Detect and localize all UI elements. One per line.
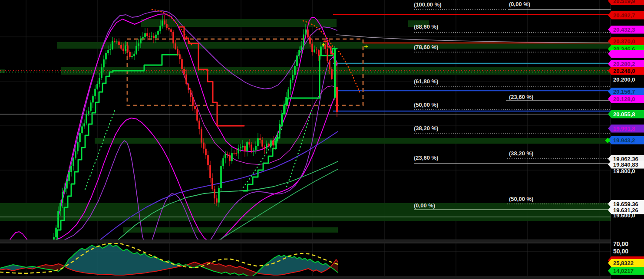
- fibonacci-label: (61,80 %): [414, 78, 438, 85]
- candle-body: [268, 144, 270, 146]
- candle-body: [209, 165, 211, 178]
- candle-body: [324, 45, 326, 49]
- price-tag: [608, 50, 644, 58]
- candle-body: [101, 67, 102, 78]
- candle-body: [259, 138, 261, 140]
- fibonacci-label: (88,60 %): [414, 23, 438, 30]
- price-axis[interactable]: 20.200,019.800,019.600,070,0050,0020.519…: [611, 0, 644, 279]
- candle-body: [292, 75, 294, 80]
- candle-body: [172, 32, 174, 43]
- candle-body: [192, 97, 194, 106]
- candle-body: [166, 24, 168, 28]
- candle-body: [301, 46, 302, 50]
- candle-body: [246, 142, 248, 151]
- candle-body: [329, 61, 330, 69]
- gray-extension-line: [337, 35, 611, 43]
- candle-body: [272, 141, 274, 146]
- candle-body: [309, 37, 311, 43]
- candle-body: [68, 172, 70, 181]
- candle-body: [183, 69, 185, 74]
- candle-body: [157, 31, 159, 34]
- candle-body: [168, 28, 170, 30]
- candle-body: [238, 148, 239, 154]
- supply-demand-zone: [0, 69, 5, 73]
- fibonacci-label: (23,60 %): [509, 94, 533, 100]
- candle-body: [153, 36, 155, 38]
- candle-body: [185, 74, 187, 84]
- candle-body: [231, 153, 233, 161]
- candle-body: [290, 80, 291, 89]
- candle-body: [88, 111, 89, 114]
- magenta-hump-left: [9, 232, 29, 240]
- oscillator-plot: [0, 243, 611, 276]
- candle-body: [120, 45, 122, 49]
- supply-demand-zone: [141, 19, 337, 27]
- candle-body: [142, 37, 144, 39]
- candle-body: [257, 138, 259, 146]
- candle-body: [255, 146, 257, 151]
- candle-body: [279, 124, 281, 134]
- candle-body: [222, 158, 224, 166]
- candle-body: [164, 20, 165, 24]
- candle-body: [211, 178, 213, 189]
- candle-body: [177, 49, 178, 54]
- candle-body: [314, 49, 315, 52]
- axis-tick: 20.200,0: [613, 76, 635, 83]
- sar-dots-green-3: [287, 109, 312, 187]
- candle-body: [170, 30, 172, 32]
- axis-tick: 19.800,0: [613, 168, 635, 174]
- candle-body: [181, 59, 183, 69]
- supply-demand-zone: [0, 203, 611, 221]
- oscillator-panel-canvas[interactable]: [0, 243, 611, 276]
- candle-body: [318, 50, 320, 56]
- candle-body: [287, 89, 289, 97]
- candle-body: [205, 149, 207, 155]
- candle-body: [103, 59, 105, 67]
- fibonacci-label: (38,20 %): [414, 125, 438, 131]
- candle-body: [131, 56, 133, 57]
- price-tag: 19.631,26: [608, 206, 644, 214]
- candle-body: [294, 66, 296, 75]
- main-price-chart-canvas[interactable]: (100,00 %)(88,60 %)(78,60 %)(61,80 %)(50…: [0, 0, 611, 240]
- candle-body: [266, 144, 268, 149]
- panel-splitter[interactable]: [0, 240, 644, 243]
- candle-body: [336, 87, 338, 112]
- candle-body: [70, 166, 72, 172]
- candle-body: [303, 34, 304, 46]
- candle-body: [55, 228, 57, 237]
- candle-body: [281, 114, 283, 124]
- candle-body: [140, 39, 142, 44]
- candle-body: [64, 188, 66, 192]
- price-tag: 20.492,7: [608, 11, 644, 20]
- price-tag: 19.943,2: [608, 136, 644, 144]
- candle-body: [253, 150, 254, 151]
- candle-body: [242, 146, 244, 148]
- candle-body: [201, 129, 202, 142]
- ma-violet: [98, 131, 338, 240]
- candle-body: [198, 121, 200, 129]
- candle-body: [118, 42, 120, 45]
- candle-body: [218, 188, 220, 203]
- candle-body: [264, 147, 265, 149]
- candle-body: [235, 153, 237, 154]
- candle-body: [305, 30, 307, 35]
- candle-body: [99, 78, 100, 84]
- candle-body: [316, 49, 317, 50]
- candle-body: [251, 144, 252, 151]
- candle-body: [220, 166, 222, 188]
- candle-body: [107, 50, 109, 53]
- candle-body: [149, 36, 150, 37]
- candle-body: [81, 126, 83, 133]
- candle-body: [179, 54, 181, 59]
- candle-body: [62, 192, 63, 203]
- candle-body: [155, 35, 157, 38]
- price-tag: 20.248,0: [608, 67, 644, 75]
- candle-body: [125, 46, 126, 51]
- candle-body: [135, 46, 137, 54]
- candle-body: [112, 41, 113, 49]
- candle-body: [79, 133, 81, 142]
- candle-body: [90, 102, 92, 111]
- candle-body: [105, 53, 107, 59]
- axis-tick: 70,00: [613, 240, 628, 247]
- candle-body: [116, 42, 118, 43]
